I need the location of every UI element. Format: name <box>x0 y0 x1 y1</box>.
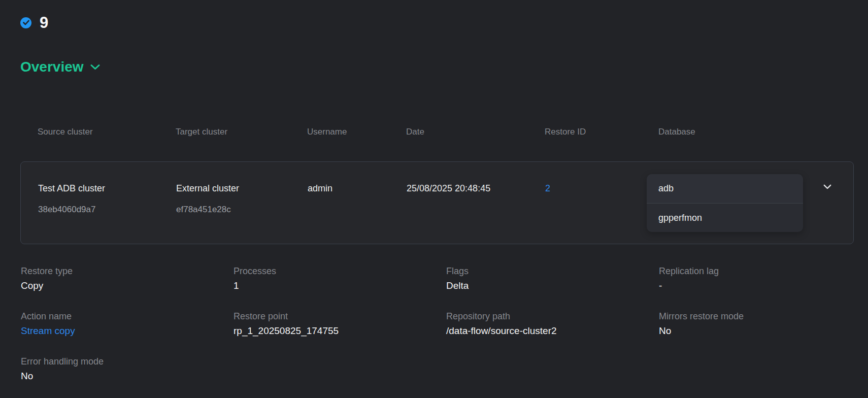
database-select-chevron-icon[interactable] <box>823 182 831 191</box>
detail-replication-lag: Replication lag - <box>659 266 868 292</box>
date-value: 25/08/2025 20:48:45 <box>407 183 545 194</box>
detail-restore-point: Restore point rp_1_20250825_174755 <box>233 311 446 337</box>
action-name-link[interactable]: Stream copy <box>21 325 233 337</box>
source-cluster-id: 38eb4060d9a7 <box>38 205 176 215</box>
detail-restore-type: Restore type Copy <box>21 266 233 292</box>
detail-flags: Flags Delta <box>446 266 659 292</box>
column-header-source-cluster: Source cluster <box>38 127 176 137</box>
column-header-target-cluster: Target cluster <box>176 127 307 137</box>
database-option-gpperfmon[interactable]: gpperfmon <box>647 203 803 232</box>
restore-details-grid: Restore type Copy Processes 1 Flags Delt… <box>21 266 868 382</box>
detail-value: No <box>659 325 868 337</box>
table-header-row: Source cluster Target cluster Username D… <box>20 127 854 137</box>
source-cluster-name: Test ADB cluster <box>38 183 176 194</box>
check-circle-icon <box>20 17 31 28</box>
column-header-username: Username <box>307 127 406 137</box>
detail-label: Processes <box>233 266 446 277</box>
detail-repository-path: Repository path /data-flow/source-cluste… <box>446 311 659 337</box>
step-count: 9 <box>40 15 48 30</box>
username-value: admin <box>308 183 407 194</box>
database-select-dropdown: adb gpperfmon <box>647 174 803 232</box>
database-option-adb[interactable]: adb <box>647 174 803 203</box>
detail-label: Restore point <box>233 311 446 322</box>
column-header-date: Date <box>406 127 545 137</box>
detail-label: Repository path <box>446 311 659 322</box>
date-cell: 25/08/2025 20:48:45 <box>407 183 545 215</box>
detail-label: Restore type <box>21 266 233 277</box>
detail-mirrors-restore-mode: Mirrors restore mode No <box>659 311 868 337</box>
detail-value: No <box>21 370 233 382</box>
chevron-down-icon <box>90 64 100 70</box>
target-cluster-id: ef78a451e28c <box>176 205 308 215</box>
detail-label: Error handling mode <box>21 356 233 367</box>
detail-value: Copy <box>21 280 233 292</box>
username-cell: admin <box>308 183 407 215</box>
detail-error-handling-mode: Error handling mode No <box>21 356 233 382</box>
detail-label: Mirrors restore mode <box>659 311 868 322</box>
column-header-database: Database <box>658 127 854 137</box>
detail-label: Action name <box>21 311 233 322</box>
overview-title: Overview <box>20 59 84 75</box>
restore-id-cell: 2 <box>545 183 659 215</box>
overview-section-toggle[interactable]: Overview <box>20 59 100 75</box>
detail-label: Flags <box>446 266 659 277</box>
detail-value: rp_1_20250825_174755 <box>233 325 446 337</box>
source-cluster-cell: Test ADB cluster 38eb4060d9a7 <box>38 183 176 215</box>
column-header-restore-id: Restore ID <box>545 127 658 137</box>
detail-action-name: Action name Stream copy <box>21 311 233 337</box>
restore-id-link[interactable]: 2 <box>545 183 550 193</box>
restore-row-card: Test ADB cluster 38eb4060d9a7 External c… <box>20 161 854 244</box>
step-badge: 9 <box>20 15 48 30</box>
target-cluster-name: External cluster <box>176 183 308 194</box>
detail-processes: Processes 1 <box>233 266 446 292</box>
detail-value: 1 <box>233 280 446 292</box>
detail-value: /data-flow/source-cluster2 <box>446 325 659 337</box>
target-cluster-cell: External cluster ef78a451e28c <box>176 183 308 215</box>
detail-label: Replication lag <box>659 266 868 277</box>
detail-value: - <box>659 280 868 292</box>
detail-value: Delta <box>446 280 659 292</box>
